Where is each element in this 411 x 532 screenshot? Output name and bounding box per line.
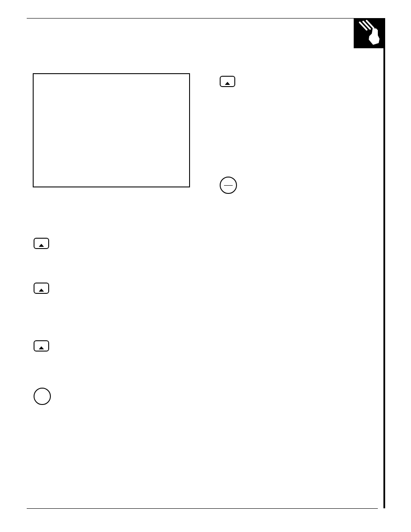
right-spine	[383, 18, 385, 508]
up-button-icon	[220, 76, 235, 89]
up-button-icon	[34, 283, 49, 296]
bottom-rule	[27, 508, 378, 509]
page	[0, 0, 411, 532]
up-button-icon	[34, 238, 49, 251]
touch-icon	[354, 18, 384, 48]
top-rule	[27, 18, 378, 19]
corner-badge	[354, 18, 384, 48]
empty-box	[33, 73, 190, 187]
up-button-icon	[34, 340, 49, 353]
circle-icon	[34, 388, 51, 407]
circle-minus-icon	[220, 177, 237, 196]
